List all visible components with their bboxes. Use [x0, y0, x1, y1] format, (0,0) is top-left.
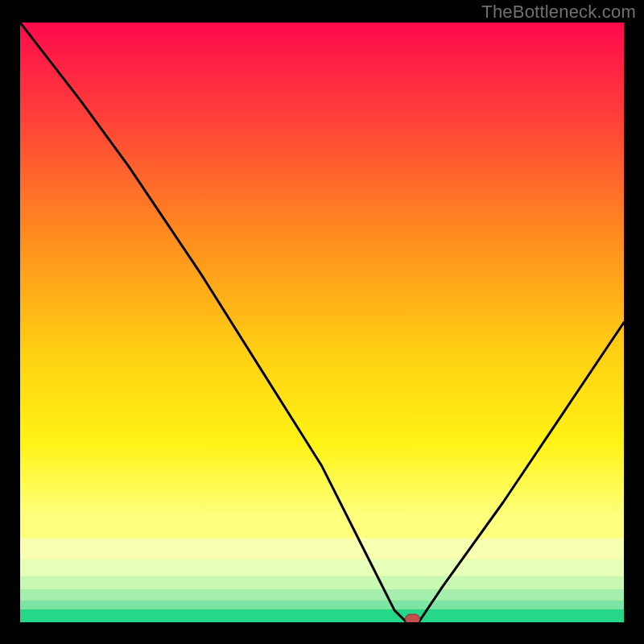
svg-rect-0 — [20, 539, 624, 559]
optimum-marker — [406, 614, 420, 622]
svg-rect-3 — [20, 589, 624, 600]
chart-background-bands — [20, 539, 624, 622]
svg-rect-5 — [20, 609, 624, 622]
bottleneck-chart — [20, 23, 624, 622]
chart-background-gradient — [20, 23, 624, 622]
watermark-text: TheBottleneck.com — [481, 2, 636, 23]
svg-rect-6 — [406, 614, 420, 622]
svg-rect-4 — [20, 600, 624, 609]
chart-frame: TheBottleneck.com — [0, 0, 644, 644]
plot-area — [20, 23, 624, 622]
svg-rect-1 — [20, 559, 624, 576]
svg-rect-2 — [20, 576, 624, 589]
